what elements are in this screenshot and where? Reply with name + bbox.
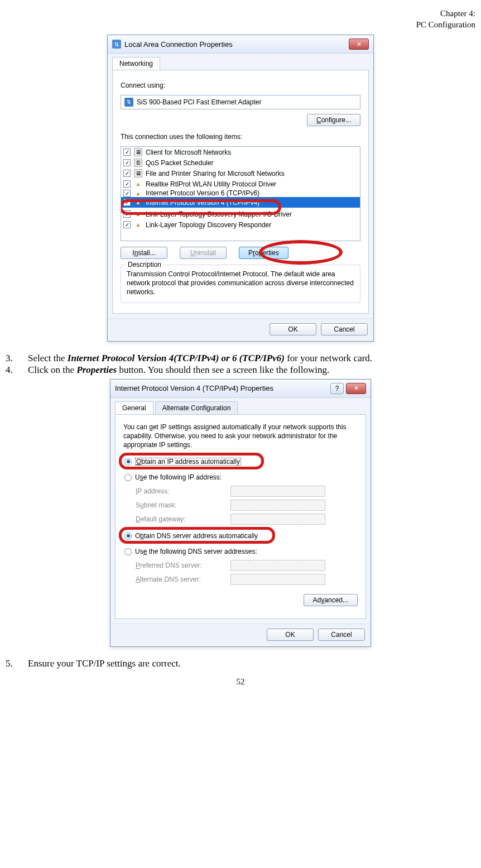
protocol-icon: ▲ — [134, 180, 142, 188]
install-button[interactable]: Install... — [121, 247, 167, 259]
qos-icon: 🗓 — [134, 159, 142, 167]
step-number: 4. — [6, 365, 28, 376]
step-number: 3. — [6, 353, 28, 364]
close-button[interactable]: ✕ — [349, 39, 369, 50]
help-button[interactable]: ? — [330, 383, 344, 394]
checkbox-icon[interactable]: ✓ — [123, 180, 131, 188]
protocol-icon: ▲ — [134, 210, 142, 218]
fileshare-icon: 🖥 — [134, 169, 142, 178]
adapter-name: SiS 900-Based PCI Fast Ethernet Adapter — [137, 98, 261, 106]
list-item[interactable]: ✓▲Internet Protocol Version 6 (TCP/IPv6) — [121, 189, 360, 197]
components-listbox[interactable]: ✓🖥Client for Microsoft Networks ✓🗓QoS Pa… — [121, 146, 360, 241]
lan-properties-dialog: ⇅ Local Area Connection Properties ✕ Net… — [107, 35, 374, 342]
tab-body: Connect using: ⇅ SiS 900-Based PCI Fast … — [112, 70, 369, 314]
step-number: 5. — [6, 658, 28, 669]
radio-use-dns[interactable]: Use the following DNS server addresses: — [123, 546, 358, 557]
protocol-icon: ▲ — [134, 198, 142, 207]
dialog-footer: OK Cancel — [110, 624, 371, 646]
items-label: This connection uses the following items… — [121, 133, 360, 141]
titlebar: ⇅ Local Area Connection Properties ✕ — [108, 35, 373, 54]
list-item[interactable]: ✓🗓QoS Packet Scheduler — [121, 157, 360, 168]
ip-address-row: IP address:... — [136, 486, 358, 497]
radio-use-ip[interactable]: Use the following IP address: — [123, 472, 358, 483]
subnet-mask-row: Subnet mask:... — [136, 500, 358, 511]
client-icon: 🖥 — [134, 148, 142, 156]
connect-using-label: Connect using: — [121, 81, 360, 89]
preferred-dns-row: Preferred DNS server:... — [136, 560, 358, 571]
configure-button[interactable]: Configure... — [307, 114, 360, 126]
tabstrip: Networking — [108, 54, 373, 70]
checkbox-icon[interactable]: ✓ — [123, 199, 131, 206]
default-gateway-row: Default gateway:... — [136, 514, 358, 525]
list-item[interactable]: ✓▲Link-Layer Topology Discovery Responde… — [121, 219, 360, 230]
ip-field: ... — [230, 500, 325, 511]
description-text: Transmission Control Protocol/Internet P… — [127, 270, 354, 297]
list-item[interactable]: ✓▲Link-Layer Topology Discovery Mapper I… — [121, 209, 360, 219]
description-group: Description Transmission Control Protoco… — [121, 265, 360, 303]
tab-body: You can get IP settings assigned automat… — [115, 414, 366, 620]
adapter-field[interactable]: ⇅ SiS 900-Based PCI Fast Ethernet Adapte… — [121, 95, 360, 109]
header-line-2: PC Configuration — [6, 20, 475, 31]
list-item[interactable]: ✓🖥File and Printer Sharing for Microsoft… — [121, 168, 360, 179]
button-row: Install... Uninstall Properties — [121, 247, 360, 259]
checkbox-icon[interactable]: ✓ — [123, 148, 131, 156]
page-header: Chapter 4: PC Configuration — [6, 8, 475, 30]
properties-button[interactable]: Properties — [239, 247, 288, 259]
page-number: 52 — [6, 677, 475, 687]
uninstall-button: Uninstall — [180, 247, 227, 259]
checkbox-icon[interactable]: ✓ — [123, 170, 131, 177]
radio-obtain-ip-auto[interactable]: Obtain an IP address automatically — [123, 456, 358, 467]
ip-field: ... — [230, 560, 325, 571]
titlebar: Internet Protocol Version 4 (TCP/IPv4) P… — [110, 380, 371, 398]
ip-field: ... — [230, 514, 325, 525]
tabstrip: General Alternate Configuration — [110, 398, 371, 414]
instruction-list: 5. Ensure your TCP/IP settings are corre… — [6, 658, 475, 669]
checkbox-icon[interactable]: ✓ — [123, 190, 131, 197]
ok-button[interactable]: OK — [267, 629, 314, 641]
checkbox-icon[interactable]: ✓ — [123, 221, 131, 228]
radio-obtain-dns-auto[interactable]: Obtain DNS server address automatically — [123, 530, 358, 541]
header-line-1: Chapter 4: — [6, 8, 475, 20]
list-item[interactable]: ✓▲Realtke RtlProt WLAN Utility Protocol … — [121, 179, 360, 189]
dialog-title: Local Area Connection Properties — [124, 40, 349, 49]
description-label: Description — [126, 261, 163, 268]
instruction-list: 3. Select the Internet Protocol Version … — [6, 353, 475, 376]
radio-icon — [124, 458, 132, 466]
step-4-text: Click on the Properties button. You shou… — [28, 365, 475, 376]
ipv4-properties-dialog: Internet Protocol Version 4 (TCP/IPv4) P… — [110, 379, 371, 648]
alternate-dns-row: Alternate DNS server:... — [136, 574, 358, 585]
checkbox-icon[interactable]: ✓ — [123, 210, 131, 218]
list-item[interactable]: ✓🖥Client for Microsoft Networks — [121, 147, 360, 157]
tab-general[interactable]: General — [115, 401, 153, 414]
radio-icon — [124, 548, 132, 555]
dialog-title: Internet Protocol Version 4 (TCP/IPv4) P… — [115, 384, 330, 392]
intro-text: You can get IP settings assigned automat… — [123, 423, 358, 450]
ip-field: ... — [230, 574, 325, 585]
list-item-selected[interactable]: ✓▲Internet Protocol Version 4 (TCP/IPv4) — [121, 197, 360, 208]
network-icon: ⇅ — [112, 40, 121, 49]
cancel-button[interactable]: Cancel — [321, 323, 368, 335]
ip-field: ... — [230, 486, 325, 497]
radio-icon — [124, 533, 132, 540]
protocol-icon: ▲ — [134, 220, 142, 229]
close-button[interactable]: ✕ — [346, 383, 366, 394]
tab-alternate[interactable]: Alternate Configuration — [155, 401, 238, 414]
advanced-button[interactable]: Advanced... — [304, 594, 358, 606]
protocol-icon: ▲ — [134, 189, 142, 197]
dialog-footer: OK Cancel — [108, 318, 373, 341]
ok-button[interactable]: OK — [270, 323, 316, 335]
cancel-button[interactable]: Cancel — [318, 629, 365, 641]
checkbox-icon[interactable]: ✓ — [123, 159, 131, 166]
adapter-icon: ⇅ — [124, 98, 133, 107]
step-3-text: Select the Internet Protocol Version 4(T… — [28, 353, 475, 364]
tab-networking[interactable]: Networking — [112, 57, 160, 70]
step-5-text: Ensure your TCP/IP settings are correct. — [28, 658, 475, 669]
radio-icon — [124, 474, 132, 481]
